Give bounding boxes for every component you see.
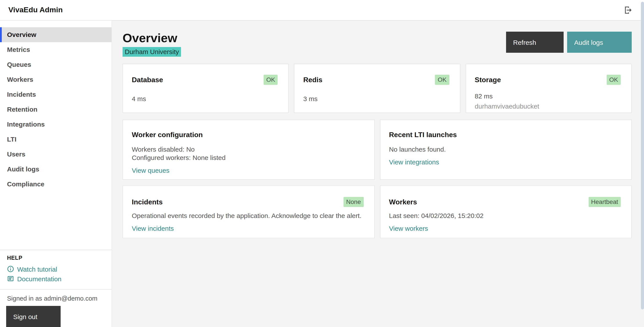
page-title-block: Overview Durham University: [122, 31, 181, 57]
bucket-name: durhamvivaedubucket: [475, 101, 621, 111]
sign-out-button[interactable]: Sign out: [6, 306, 60, 327]
workers-disabled-line: Workers disabled: No: [132, 145, 364, 153]
sidebar-item-compliance[interactable]: Compliance: [0, 177, 112, 192]
recent-lti-launches-card: Recent LTI launches No launches found. V…: [380, 120, 632, 180]
incidents-card: Incidents None Operational events record…: [122, 185, 374, 238]
help-section: HELP Watch tutorial: [0, 250, 112, 290]
logout-icon: [622, 5, 632, 15]
card-title: Storage: [475, 76, 501, 84]
sidebar-item-audit-logs[interactable]: Audit logs: [0, 162, 112, 177]
sidebar-item-workers[interactable]: Workers: [0, 72, 112, 87]
sidebar-item-overview[interactable]: Overview: [0, 27, 112, 42]
main-content: Overview Durham University Refresh Audit…: [112, 21, 644, 327]
status-badge: OK: [435, 75, 449, 85]
no-launches-line: No launches found.: [389, 145, 621, 153]
card-title: Recent LTI launches: [389, 131, 457, 139]
documentation-label: Documentation: [17, 275, 62, 282]
info-cards-row-2: Incidents None Operational events record…: [122, 185, 632, 238]
audit-logs-button[interactable]: Audit logs: [567, 32, 632, 53]
page-actions: Refresh Audit logs: [506, 32, 632, 53]
status-badge: OK: [607, 75, 621, 85]
storage-card: Storage OK 82 ms durhamvivaedubucket: [466, 64, 632, 113]
sidebar-item-integrations[interactable]: Integrations: [0, 117, 112, 132]
card-title: Database: [132, 76, 163, 84]
sidebar-item-incidents[interactable]: Incidents: [0, 87, 112, 102]
workers-card: Workers Heartbeat Last seen: 04/02/2026,…: [380, 185, 632, 238]
view-incidents-link[interactable]: View incidents: [132, 225, 174, 232]
view-queues-link[interactable]: View queues: [132, 167, 169, 174]
watch-tutorial-link[interactable]: Watch tutorial: [7, 264, 104, 274]
card-title: Incidents: [132, 198, 162, 206]
refresh-button[interactable]: Refresh: [506, 32, 564, 53]
app-header: VivaEdu Admin: [0, 0, 644, 21]
sidebar-item-lti[interactable]: LTI: [0, 132, 112, 147]
view-workers-link[interactable]: View workers: [389, 225, 428, 232]
vivaedu-admin-app: VivaEdu Admin Overview Metrics Queues Wo…: [0, 0, 644, 327]
sidebar-item-users[interactable]: Users: [0, 147, 112, 162]
info-icon: [7, 265, 14, 272]
incidents-description: Operational events recorded by the appli…: [132, 211, 364, 220]
redis-card: Redis OK 3 ms: [294, 64, 460, 113]
info-cards-row-1: Worker configuration Workers disabled: N…: [122, 120, 632, 180]
help-heading: HELP: [7, 255, 104, 261]
worker-configuration-card: Worker configuration Workers disabled: N…: [122, 120, 374, 180]
database-card: Database OK 4 ms: [122, 64, 289, 113]
account-section: Signed in as admin@demo.com Sign out: [0, 290, 112, 327]
status-cards-row: Database OK 4 ms Redis OK 3 ms Storage O: [122, 64, 632, 113]
incidents-badge: None: [344, 197, 364, 207]
sidebar-spacer: [0, 192, 112, 250]
sidebar: Overview Metrics Queues Workers Incident…: [0, 21, 112, 327]
card-title: Workers: [389, 198, 417, 206]
card-title: Worker configuration: [132, 131, 203, 139]
watch-tutorial-label: Watch tutorial: [17, 265, 57, 273]
heartbeat-badge: Heartbeat: [588, 197, 621, 207]
status-badge: OK: [264, 75, 278, 85]
signed-in-text: Signed in as admin@demo.com: [6, 295, 104, 302]
org-badge: Durham University: [122, 47, 181, 57]
documentation-link[interactable]: Documentation: [7, 274, 104, 283]
app-title: VivaEdu Admin: [8, 6, 63, 15]
document-icon: [7, 275, 14, 282]
card-title: Redis: [303, 76, 322, 84]
logout-button[interactable]: [622, 5, 632, 15]
latency-value: 4 ms: [132, 94, 278, 104]
view-integrations-link[interactable]: View integrations: [389, 158, 439, 166]
sidebar-item-queues[interactable]: Queues: [0, 57, 112, 72]
last-seen-line: Last seen: 04/02/2026, 15:20:02: [389, 211, 621, 220]
scrollbar-thumb[interactable]: [641, 2, 644, 309]
configured-workers-line: Configured workers: None listed: [132, 153, 364, 162]
sidebar-item-metrics[interactable]: Metrics: [0, 42, 112, 57]
page-title: Overview: [122, 31, 181, 45]
page-header-row: Overview Durham University Refresh Audit…: [122, 31, 632, 57]
sidebar-nav: Overview Metrics Queues Workers Incident…: [0, 21, 112, 192]
latency-value: 3 ms: [303, 94, 450, 104]
latency-value: 82 ms: [475, 91, 621, 101]
sidebar-item-retention[interactable]: Retention: [0, 102, 112, 117]
